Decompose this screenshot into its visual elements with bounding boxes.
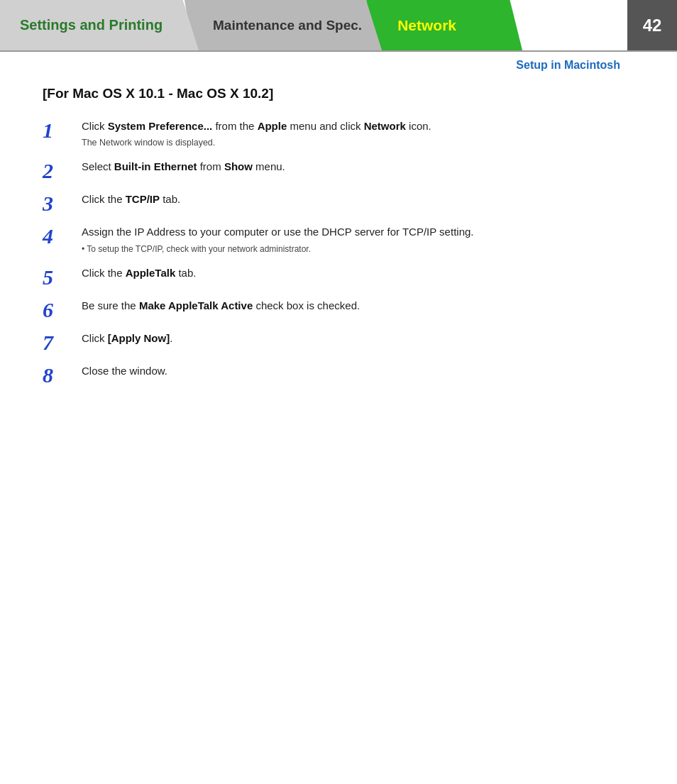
step-number-3: 3 — [43, 192, 82, 214]
step-content-3: Click the TCP/IP tab. — [82, 192, 634, 208]
table-row: 5 Click the AppleTalk tab. — [43, 265, 634, 288]
table-row: 4 Assign the IP Address to your computer… — [43, 224, 634, 255]
section-title: [For Mac OS X 10.1 - Mac OS X 10.2] — [43, 86, 634, 101]
step-content-6: Be sure the Make AppleTalk Active check … — [82, 298, 634, 314]
step-content-7: Click [Apply Now]. — [82, 331, 634, 347]
tab-network[interactable]: Network — [366, 0, 522, 50]
tab-maintenance[interactable]: Maintenance and Spec. — [185, 0, 382, 50]
table-row: 6 Be sure the Make AppleTalk Active chec… — [43, 298, 634, 321]
page-number: 42 — [627, 0, 677, 50]
table-row: 7 Click [Apply Now]. — [43, 331, 634, 353]
step-number-1: 1 — [43, 118, 82, 141]
step-number-6: 6 — [43, 298, 82, 321]
tab-network-label: Network — [397, 17, 456, 34]
step-content-1: Click System Preference... from the Appl… — [82, 118, 634, 149]
tab-settings[interactable]: Settings and Printing — [0, 0, 199, 50]
step-number-2: 2 — [43, 159, 82, 182]
main-content: [For Mac OS X 10.1 - Mac OS X 10.2] 1 Cl… — [0, 72, 677, 410]
table-row: 1 Click System Preference... from the Ap… — [43, 118, 634, 149]
steps-list: 1 Click System Preference... from the Ap… — [43, 118, 634, 386]
step-content-5: Click the AppleTalk tab. — [82, 265, 634, 282]
setup-subtitle: Setup in Macintosh — [0, 52, 677, 72]
table-row: 3 Click the TCP/IP tab. — [43, 192, 634, 214]
step-number-8: 8 — [43, 363, 82, 386]
table-row: 2 Select Built-in Ethernet from Show men… — [43, 159, 634, 182]
step-number-4: 4 — [43, 224, 82, 247]
step-content-8: Close the window. — [82, 363, 634, 380]
tab-maintenance-label: Maintenance and Spec. — [213, 18, 362, 33]
tab-settings-label: Settings and Printing — [20, 17, 163, 33]
step-content-4: Assign the IP Address to your computer o… — [82, 224, 634, 255]
header: Settings and Printing Maintenance and Sp… — [0, 0, 677, 52]
step-number-7: 7 — [43, 331, 82, 353]
step-number-5: 5 — [43, 265, 82, 288]
table-row: 8 Close the window. — [43, 363, 634, 386]
step-content-2: Select Built-in Ethernet from Show menu. — [82, 159, 634, 175]
